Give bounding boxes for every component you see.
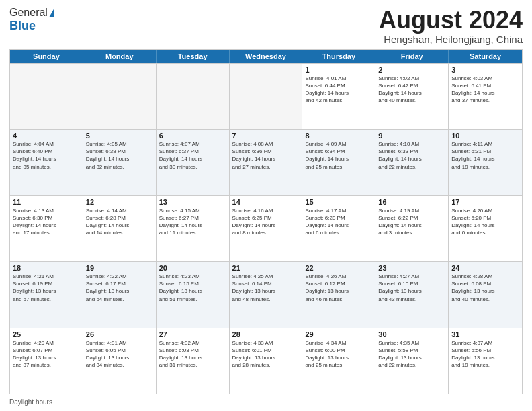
- day-number: 18: [13, 264, 80, 272]
- calendar-row: 4Sunrise: 4:04 AM Sunset: 6:40 PM Daylig…: [10, 129, 522, 195]
- calendar-row: 11Sunrise: 4:13 AM Sunset: 6:30 PM Dayli…: [10, 195, 522, 261]
- day-info: Sunrise: 4:33 AM Sunset: 6:01 PM Dayligh…: [232, 339, 300, 369]
- calendar-cell: 28Sunrise: 4:33 AM Sunset: 6:01 PM Dayli…: [230, 328, 303, 394]
- day-number: 21: [232, 264, 300, 272]
- day-info: Sunrise: 4:22 AM Sunset: 6:17 PM Dayligh…: [86, 273, 153, 303]
- day-info: Sunrise: 4:02 AM Sunset: 6:42 PM Dayligh…: [378, 75, 445, 105]
- day-number: 8: [305, 132, 372, 140]
- calendar-row: 18Sunrise: 4:21 AM Sunset: 6:19 PM Dayli…: [10, 261, 522, 327]
- calendar-cell: 13Sunrise: 4:15 AM Sunset: 6:27 PM Dayli…: [157, 196, 230, 261]
- logo-general-text: General: [9, 7, 48, 19]
- day-number: 28: [232, 330, 300, 338]
- calendar-cell: 10Sunrise: 4:11 AM Sunset: 6:31 PM Dayli…: [449, 130, 522, 195]
- calendar-row: 1Sunrise: 4:01 AM Sunset: 6:44 PM Daylig…: [10, 63, 522, 129]
- calendar-cell: 26Sunrise: 4:31 AM Sunset: 6:05 PM Dayli…: [83, 328, 157, 394]
- calendar-cell: 17Sunrise: 4:20 AM Sunset: 6:20 PM Dayli…: [449, 196, 522, 261]
- calendar-header-cell: Wednesday: [230, 50, 303, 63]
- day-number: 24: [451, 264, 519, 272]
- day-number: 6: [159, 132, 226, 140]
- day-info: Sunrise: 4:03 AM Sunset: 6:41 PM Dayligh…: [451, 75, 519, 105]
- day-info: Sunrise: 4:15 AM Sunset: 6:27 PM Dayligh…: [159, 207, 226, 237]
- day-info: Sunrise: 4:14 AM Sunset: 6:28 PM Dayligh…: [86, 207, 153, 237]
- calendar-cell: 5Sunrise: 4:05 AM Sunset: 6:38 PM Daylig…: [83, 130, 157, 195]
- day-info: Sunrise: 4:29 AM Sunset: 6:07 PM Dayligh…: [13, 339, 80, 369]
- day-info: Sunrise: 4:17 AM Sunset: 6:23 PM Dayligh…: [305, 207, 372, 237]
- calendar-cell: 3Sunrise: 4:03 AM Sunset: 6:41 PM Daylig…: [449, 64, 522, 129]
- calendar-cell: 9Sunrise: 4:10 AM Sunset: 6:33 PM Daylig…: [375, 130, 449, 195]
- day-info: Sunrise: 4:37 AM Sunset: 5:56 PM Dayligh…: [451, 339, 519, 369]
- calendar-cell: 8Sunrise: 4:09 AM Sunset: 6:34 PM Daylig…: [302, 130, 375, 195]
- day-number: 31: [451, 330, 519, 338]
- day-number: 22: [305, 264, 372, 272]
- calendar-header-cell: Tuesday: [157, 50, 230, 63]
- day-info: Sunrise: 4:23 AM Sunset: 6:15 PM Dayligh…: [159, 273, 226, 303]
- day-info: Sunrise: 4:32 AM Sunset: 6:03 PM Dayligh…: [159, 339, 226, 369]
- calendar-cell: 31Sunrise: 4:37 AM Sunset: 5:56 PM Dayli…: [449, 328, 522, 394]
- calendar-cell: 20Sunrise: 4:23 AM Sunset: 6:15 PM Dayli…: [157, 262, 230, 327]
- calendar-cell: 1Sunrise: 4:01 AM Sunset: 6:44 PM Daylig…: [302, 64, 375, 129]
- header: General Blue August 2024 Hengshan, Heilo…: [9, 7, 523, 45]
- calendar-cell: 30Sunrise: 4:35 AM Sunset: 5:58 PM Dayli…: [375, 328, 449, 394]
- calendar-cell: [230, 64, 303, 129]
- calendar-cell: [83, 64, 157, 129]
- day-number: 1: [305, 66, 372, 74]
- day-number: 25: [13, 330, 80, 338]
- calendar-cell: 4Sunrise: 4:04 AM Sunset: 6:40 PM Daylig…: [10, 130, 83, 195]
- calendar-cell: 24Sunrise: 4:28 AM Sunset: 6:08 PM Dayli…: [449, 262, 522, 327]
- day-number: 20: [159, 264, 226, 272]
- day-number: 9: [378, 132, 445, 140]
- title-block: August 2024 Hengshan, Heilongjiang, Chin…: [379, 7, 523, 45]
- calendar-cell: 29Sunrise: 4:34 AM Sunset: 6:00 PM Dayli…: [302, 328, 375, 394]
- day-number: 11: [13, 198, 80, 206]
- calendar-header-cell: Thursday: [302, 50, 375, 63]
- calendar-header-cell: Friday: [375, 50, 449, 63]
- calendar-row: 25Sunrise: 4:29 AM Sunset: 6:07 PM Dayli…: [10, 328, 522, 394]
- day-info: Sunrise: 4:13 AM Sunset: 6:30 PM Dayligh…: [13, 207, 80, 237]
- day-number: 30: [378, 330, 445, 338]
- calendar-cell: 22Sunrise: 4:26 AM Sunset: 6:12 PM Dayli…: [302, 262, 375, 327]
- day-number: 7: [232, 132, 300, 140]
- day-number: 26: [86, 330, 153, 338]
- day-info: Sunrise: 4:04 AM Sunset: 6:40 PM Dayligh…: [13, 140, 80, 171]
- day-number: 12: [86, 198, 153, 206]
- calendar-cell: 6Sunrise: 4:07 AM Sunset: 6:37 PM Daylig…: [157, 130, 230, 195]
- day-info: Sunrise: 4:11 AM Sunset: 6:31 PM Dayligh…: [451, 140, 519, 171]
- day-info: Sunrise: 4:27 AM Sunset: 6:10 PM Dayligh…: [378, 273, 445, 303]
- calendar-cell: 27Sunrise: 4:32 AM Sunset: 6:03 PM Dayli…: [157, 328, 230, 394]
- day-info: Sunrise: 4:19 AM Sunset: 6:22 PM Dayligh…: [378, 207, 445, 237]
- day-info: Sunrise: 4:16 AM Sunset: 6:25 PM Dayligh…: [232, 207, 300, 237]
- day-info: Sunrise: 4:01 AM Sunset: 6:44 PM Dayligh…: [305, 75, 372, 105]
- logo: General Blue: [9, 7, 54, 33]
- day-info: Sunrise: 4:20 AM Sunset: 6:20 PM Dayligh…: [451, 207, 519, 237]
- day-info: Sunrise: 4:07 AM Sunset: 6:37 PM Dayligh…: [159, 140, 226, 171]
- month-title: August 2024: [379, 7, 523, 34]
- calendar-cell: 12Sunrise: 4:14 AM Sunset: 6:28 PM Dayli…: [83, 196, 157, 261]
- calendar-cell: 7Sunrise: 4:08 AM Sunset: 6:36 PM Daylig…: [230, 130, 303, 195]
- calendar-cell: 16Sunrise: 4:19 AM Sunset: 6:22 PM Dayli…: [375, 196, 449, 261]
- day-number: 14: [232, 198, 300, 206]
- calendar-cell: 19Sunrise: 4:22 AM Sunset: 6:17 PM Dayli…: [83, 262, 157, 327]
- day-number: 16: [378, 198, 445, 206]
- day-number: 29: [305, 330, 372, 338]
- day-info: Sunrise: 4:31 AM Sunset: 6:05 PM Dayligh…: [86, 339, 153, 369]
- day-number: 4: [13, 132, 80, 140]
- day-info: Sunrise: 4:28 AM Sunset: 6:08 PM Dayligh…: [451, 273, 519, 303]
- day-number: 10: [451, 132, 519, 140]
- day-info: Sunrise: 4:34 AM Sunset: 6:00 PM Dayligh…: [305, 339, 372, 369]
- calendar-cell: 2Sunrise: 4:02 AM Sunset: 6:42 PM Daylig…: [375, 64, 449, 129]
- day-info: Sunrise: 4:08 AM Sunset: 6:36 PM Dayligh…: [232, 140, 300, 171]
- day-info: Sunrise: 4:35 AM Sunset: 5:58 PM Dayligh…: [378, 339, 445, 369]
- calendar-header: SundayMondayTuesdayWednesdayThursdayFrid…: [10, 50, 522, 63]
- day-number: 2: [378, 66, 445, 74]
- calendar: SundayMondayTuesdayWednesdayThursdayFrid…: [9, 49, 523, 394]
- day-number: 13: [159, 198, 226, 206]
- calendar-header-cell: Monday: [83, 50, 157, 63]
- calendar-cell: 11Sunrise: 4:13 AM Sunset: 6:30 PM Dayli…: [10, 196, 83, 261]
- logo-triangle-icon: [49, 8, 54, 17]
- day-info: Sunrise: 4:10 AM Sunset: 6:33 PM Dayligh…: [378, 140, 445, 171]
- day-number: 5: [86, 132, 153, 140]
- calendar-cell: 14Sunrise: 4:16 AM Sunset: 6:25 PM Dayli…: [230, 196, 303, 261]
- day-number: 27: [159, 330, 226, 338]
- location-title: Hengshan, Heilongjiang, China: [379, 34, 523, 45]
- calendar-cell: 15Sunrise: 4:17 AM Sunset: 6:23 PM Dayli…: [302, 196, 375, 261]
